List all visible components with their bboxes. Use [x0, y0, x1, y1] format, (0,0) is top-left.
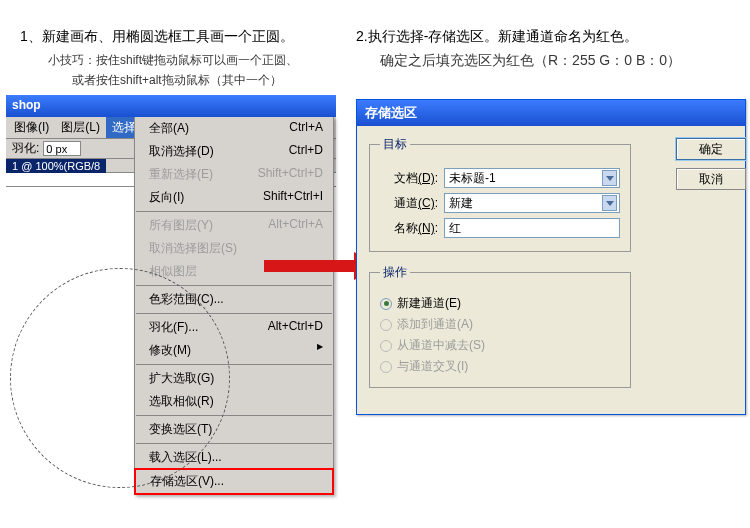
doc-label: 文档(D):: [380, 170, 438, 187]
target-fieldset: 目标 文档(D): 未标题-1 通道(C): 新建 名称(N): 红: [369, 136, 631, 252]
menubar-item[interactable]: 图层(L): [55, 117, 106, 138]
step2-tip: 确定之后填充选区为红色（R：255 G：0 B：0）: [380, 52, 681, 70]
ok-button[interactable]: 确定: [676, 138, 746, 160]
radio-intersect-channel: 与通道交叉(I): [380, 358, 620, 375]
menu-item[interactable]: 全部(A)Ctrl+A: [135, 117, 333, 140]
operation-legend: 操作: [380, 264, 410, 281]
channel-label: 通道(C):: [380, 195, 438, 212]
step2-heading: 2.执行选择-存储选区。新建通道命名为红色。: [356, 28, 638, 46]
dialog-title: 存储选区: [357, 100, 745, 126]
name-input[interactable]: 红: [444, 218, 620, 238]
radio-subtract-channel: 从通道中减去(S): [380, 337, 620, 354]
document-tab[interactable]: 1 @ 100%(RGB/8: [6, 159, 106, 173]
menubar-item[interactable]: 图像(I): [8, 117, 55, 138]
doc-select[interactable]: 未标题-1: [444, 168, 620, 188]
app-window: shop 图像(I)图层(L)选择(S)滤镜(T)视图(V)窗口(W) 羽化: …: [6, 95, 336, 187]
feather-input[interactable]: [43, 141, 81, 156]
chevron-down-icon: [602, 195, 617, 211]
operation-fieldset: 操作 新建通道(E) 添加到通道(A) 从通道中减去(S) 与通道交叉(I): [369, 264, 631, 388]
cancel-button[interactable]: 取消: [676, 168, 746, 190]
feather-label: 羽化:: [12, 140, 39, 157]
menu-item: 重新选择(E)Shift+Ctrl+D: [135, 163, 333, 186]
radio-new-channel[interactable]: 新建通道(E): [380, 295, 620, 312]
name-label: 名称(N):: [380, 220, 438, 237]
step1-heading: 1、新建画布、用椭圆选框工具画一个正圆。: [20, 28, 294, 46]
menu-item[interactable]: 反向(I)Shift+Ctrl+I: [135, 186, 333, 209]
step1-tip2: 或者按住shift+alt拖动鼠标（其中一个）: [72, 72, 282, 89]
channel-select[interactable]: 新建: [444, 193, 620, 213]
app-titlebar: shop: [6, 95, 336, 117]
menu-item: 所有图层(Y)Alt+Ctrl+A: [135, 214, 333, 237]
target-legend: 目标: [380, 136, 410, 153]
menu-item[interactable]: 取消选择(D)Ctrl+D: [135, 140, 333, 163]
chevron-down-icon: [602, 170, 617, 186]
save-selection-dialog: 存储选区 目标 文档(D): 未标题-1 通道(C): 新建 名称(N): 红 …: [356, 99, 746, 415]
step1-tip1: 小技巧：按住shift键拖动鼠标可以画一个正圆、: [48, 52, 298, 69]
radio-add-channel: 添加到通道(A): [380, 316, 620, 333]
canvas-circle-selection: [10, 268, 230, 488]
